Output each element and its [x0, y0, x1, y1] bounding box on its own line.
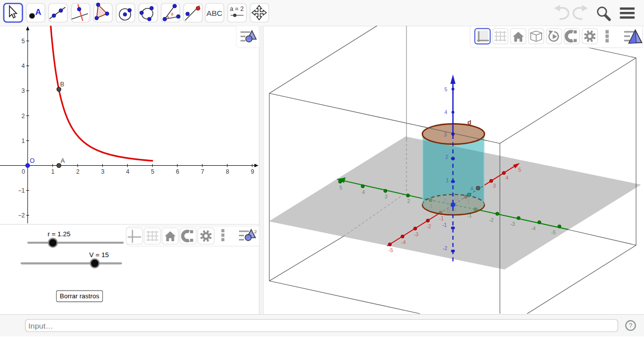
svg-text:9: 9	[251, 168, 254, 175]
svg-text:?: ?	[629, 322, 633, 329]
svg-text:a = 2: a = 2	[230, 5, 243, 12]
svg-text:r = 1.25: r = 1.25	[48, 230, 71, 238]
svg-text:3: 3	[444, 132, 447, 137]
svg-text:-2: -2	[443, 245, 447, 251]
svg-text:Borrar rastros: Borrar rastros	[60, 292, 99, 300]
svg-text:2: 2	[407, 198, 410, 204]
svg-text:4: 4	[362, 189, 365, 195]
svg-text:3: 3	[493, 183, 496, 189]
svg-text:0: 0	[22, 168, 25, 175]
svg-text:2: 2	[445, 154, 448, 160]
svg-text:2: 2	[76, 168, 80, 175]
svg-text:d: d	[468, 119, 472, 126]
svg-text:1: 1	[51, 168, 55, 175]
svg-text:8: 8	[226, 168, 229, 175]
svg-text:2: 2	[21, 113, 25, 120]
svg-text:-5: -5	[551, 229, 556, 235]
svg-text:4: 4	[21, 63, 25, 69]
svg-text:1: 1	[21, 137, 25, 144]
svg-text:3: 3	[21, 87, 25, 94]
svg-text:-3: -3	[414, 231, 418, 237]
svg-text:-2: -2	[426, 223, 431, 229]
svg-text:O: O	[454, 195, 459, 201]
svg-text:2: 2	[254, 229, 257, 234]
svg-text:0: 0	[443, 198, 446, 203]
svg-text:ABC: ABC	[207, 9, 223, 17]
svg-text:4: 4	[444, 109, 447, 115]
svg-text:5: 5	[518, 167, 521, 173]
svg-text:-3: -3	[510, 221, 515, 227]
svg-text:4: 4	[126, 168, 130, 175]
svg-text:-4: -4	[531, 225, 536, 231]
svg-text:5: 5	[151, 168, 155, 175]
svg-text:5: 5	[444, 86, 447, 92]
svg-text:V = 15: V = 15	[89, 251, 109, 259]
svg-text:-2: -2	[489, 217, 493, 223]
svg-text:3: 3	[101, 168, 104, 175]
svg-text:B: B	[60, 81, 64, 88]
svg-text:-5: -5	[389, 247, 393, 253]
svg-text:7: 7	[201, 168, 204, 175]
svg-text:−1: −1	[18, 187, 25, 194]
svg-text:5: 5	[339, 185, 342, 191]
svg-text:-1: -1	[442, 222, 447, 228]
svg-text:α: α	[171, 11, 173, 16]
svg-text:-4: -4	[401, 239, 405, 245]
svg-text:O: O	[30, 157, 35, 164]
svg-text:6: 6	[176, 168, 179, 175]
svg-text:3: 3	[385, 194, 388, 200]
svg-text:-1: -1	[439, 215, 444, 221]
svg-text:5: 5	[21, 38, 25, 45]
svg-text:1: 1	[446, 177, 449, 183]
svg-text:A: A	[61, 157, 65, 164]
svg-text:4: 4	[506, 175, 509, 181]
svg-text:A: A	[470, 186, 474, 192]
svg-text:−2: −2	[18, 212, 25, 219]
svg-text:Input…: Input…	[28, 322, 53, 330]
svg-text:A: A	[35, 7, 41, 17]
